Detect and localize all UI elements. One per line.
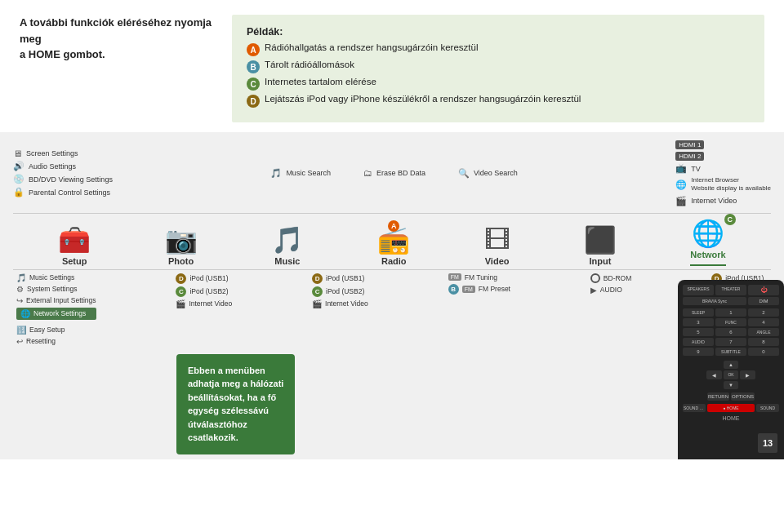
page-number: 13 (758, 433, 777, 453)
remote-sound-mode-2[interactable]: SOUND (756, 404, 779, 412)
remote-left[interactable]: ◀ (706, 370, 722, 379)
settings-col: 🎵 Music Settings ⚙ System Settings ↪ Ext… (16, 273, 96, 346)
remote-8[interactable]: 8 (748, 338, 779, 346)
system-settings-icon: ⚙ (16, 285, 24, 294)
fm-tuning-item[interactable]: FM FM Tuning (448, 273, 510, 282)
fm-preset-item[interactable]: B FM FM Preset (448, 284, 510, 295)
internet-video-2-icon: 🎬 (312, 299, 322, 308)
tv-item[interactable]: 📺 TV (675, 163, 701, 174)
easy-setup-item[interactable]: 🔢 Easy Setup (16, 326, 96, 335)
remote-2[interactable]: 2 (748, 308, 779, 317)
top-section: A további funkciók eléréséhez nyomja meg… (0, 0, 784, 132)
remote-6[interactable]: 6 (715, 328, 746, 336)
remote-home-row: HOME (683, 415, 779, 421)
remote-4[interactable]: 4 (748, 318, 779, 326)
music-settings-item[interactable]: 🎵 Music Settings (16, 273, 96, 282)
network-settings-item[interactable]: 🌐 Network Settings (16, 308, 96, 320)
remote-btn-speakers[interactable]: SPEAKERS (683, 285, 714, 295)
hdmi2-label: HDMI 2 (675, 152, 704, 161)
bdrom-col: BD-ROM ▶ AUDIO (590, 273, 631, 346)
audio-settings-icon: 🔊 (13, 161, 24, 171)
remote-home-label: HOME (723, 415, 740, 421)
hdmi2-item[interactable]: HDMI 2 (675, 152, 704, 161)
bddvd-settings-item[interactable]: 💿 BD/DVD Viewing Settings (13, 174, 113, 184)
input-icon-item[interactable]: ⬛ Input (584, 227, 617, 266)
top-left: A további funkciók eléréséhez nyomja meg… (20, 15, 232, 122)
remote-sound-mode[interactable]: SOUND MODE (683, 404, 706, 412)
internet-browser-item[interactable]: 🌐 Internet Browser Website display is av… (675, 176, 771, 193)
fm-col: FM FM Tuning B FM FM Preset (448, 273, 510, 346)
remote-5[interactable]: 5 (683, 328, 714, 336)
remote-top-buttons: SPEAKERS THEATER ⏻ BRAVIA Sync DIM (683, 285, 779, 305)
remote-7[interactable]: 7 (715, 338, 746, 346)
music-search-item[interactable]: 🎵 Music Search (270, 168, 331, 179)
hdmi1-item[interactable]: HDMI 1 (675, 140, 704, 149)
internet-video-2-item[interactable]: 🎬 Internet Video (312, 299, 368, 308)
remote-enter[interactable]: OK (724, 370, 739, 379)
resetting-item[interactable]: ↩ Resetting (16, 337, 96, 346)
bd-rom-icon (590, 273, 600, 283)
remote-3[interactable]: 3 (683, 318, 714, 326)
music-search-icon: 🎵 (270, 168, 282, 179)
video-icon-item[interactable]: 🎞 Video (484, 227, 510, 266)
audio-item[interactable]: ▶ AUDIO (590, 286, 631, 295)
remote-sleep[interactable]: SLEEP (683, 308, 714, 317)
remote-func[interactable]: FUNC (715, 318, 746, 326)
bd-rom-item[interactable]: BD-ROM (590, 273, 631, 283)
bddvd-settings-icon: 💿 (13, 174, 24, 184)
remote-color-row: SOUND MODE ● HOME SOUND (683, 404, 779, 412)
remote-dimmer-btn[interactable]: DIM (748, 297, 779, 305)
network-icon-item[interactable]: C 🌐 Network (690, 220, 725, 266)
menu-bar: 🖥 Screen Settings 🔊 Audio Settings 💿 BD/… (13, 140, 771, 206)
remote-0[interactable]: 0 (748, 348, 779, 356)
erase-bd-item[interactable]: 🗂 Erase BD Data (363, 168, 425, 178)
photo-label: Photo (168, 256, 194, 266)
video-search-item[interactable]: 🔍 Video Search (458, 168, 518, 179)
divider2 (13, 269, 771, 270)
internet-video-1-item[interactable]: 🎬 Internet Video (176, 299, 232, 308)
example-b: B Tárolt rádióállomások (247, 60, 750, 73)
photo-icon-item[interactable]: 📷 Photo (165, 227, 198, 266)
fm-preset-badge: FM (462, 286, 475, 293)
ipod-usb1-1-item[interactable]: D iPod (USB1) (176, 273, 232, 284)
screen-settings-item[interactable]: 🖥 Screen Settings (13, 149, 113, 158)
ipod-usb2-2-item[interactable]: C iPod (USB2) (312, 286, 368, 297)
setup-icon-item[interactable]: 🧰 Setup (58, 227, 91, 266)
circle-b-label: B (247, 60, 260, 73)
external-input-settings-item[interactable]: ↪ External Input Settings (16, 296, 96, 305)
tv-icon: 📺 (675, 163, 687, 174)
ipod-col1: D iPod (USB1) C iPod (USB2) 🎬 Internet V… (176, 273, 232, 346)
examples-box: Példák: A Rádióhallgatás a rendszer hang… (232, 15, 764, 122)
music-icon-item[interactable]: 🎵 Music (271, 227, 304, 266)
external-input-icon: ↪ (16, 296, 23, 305)
remote-return[interactable]: RETURN (707, 392, 729, 401)
remote-right[interactable]: ▶ (740, 370, 755, 379)
internet-video-menu-icon: 🎬 (675, 196, 687, 206)
remote-power-btn[interactable]: ⏻ (748, 285, 779, 295)
system-settings-item[interactable]: ⚙ System Settings (16, 285, 96, 294)
remote-9[interactable]: 9 (683, 348, 714, 356)
remote-home-highlighted[interactable]: ● HOME (707, 404, 755, 412)
circle-a-label: A (247, 43, 260, 56)
music-icon: 🎵 (271, 227, 304, 253)
remote-audio[interactable]: AUDIO (683, 338, 714, 346)
d-badge-1: D (176, 273, 186, 284)
remote-subtitle[interactable]: SUBTITLE (715, 348, 746, 356)
internet-video-menu-item[interactable]: 🎬 Internet Video (675, 196, 737, 206)
remote-angle[interactable]: ANGLE (748, 328, 779, 336)
remote-btn-bravia[interactable]: BRAVIA Sync (683, 297, 746, 305)
ipod-usb1-2-item[interactable]: D iPod (USB1) (312, 273, 368, 284)
remote-up[interactable]: ▲ (724, 361, 739, 369)
remote-down[interactable]: ▼ (724, 381, 739, 389)
remote-options[interactable]: OPTIONS (731, 392, 755, 401)
remote-1[interactable]: 1 (715, 308, 746, 317)
audio-settings-item[interactable]: 🔊 Audio Settings (13, 161, 113, 171)
radio-icon-item[interactable]: A 📻 Radio (377, 227, 410, 266)
parental-settings-item[interactable]: 🔒 Parental Control Settings (13, 187, 113, 197)
remote-btn-theater[interactable]: THEATER (715, 285, 746, 295)
remote-nav-area: ▲ ◀ OK ▶ ▼ (683, 361, 779, 389)
icons-row: 🧰 Setup 📷 Photo 🎵 Music A 📻 Radio 🎞 Vide… (13, 220, 771, 266)
input-label: Input (590, 256, 612, 266)
ipod-usb2-1-item[interactable]: C iPod (USB2) (176, 286, 232, 297)
top-left-text: A további funkciók eléréséhez nyomja meg… (20, 15, 216, 63)
